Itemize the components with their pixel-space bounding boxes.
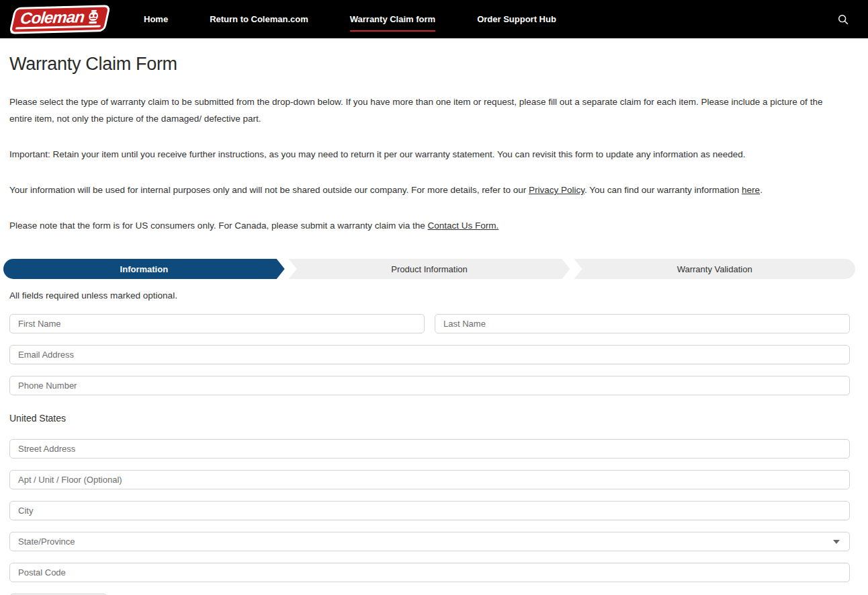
step-information[interactable]: Information: [3, 259, 285, 279]
state-province-placeholder: State/Province: [18, 537, 75, 547]
phone-input[interactable]: [9, 376, 850, 395]
step-information-label: Information: [120, 264, 169, 274]
registered-mark: ®: [10, 30, 13, 34]
page-title: Warranty Claim Form: [9, 54, 850, 75]
nav-item-home[interactable]: Home: [144, 7, 168, 32]
step-warranty-validation-label: Warranty Validation: [677, 264, 752, 274]
step-product-information[interactable]: Product Information: [289, 259, 570, 279]
search-icon: [837, 13, 849, 26]
privacy-paragraph: Your information will be used for intern…: [9, 182, 842, 198]
important-paragraph: Important: Retain your item until you re…: [9, 146, 842, 163]
coleman-logo-plate: Coleman ®: [9, 5, 111, 34]
country-label: United States: [9, 413, 850, 424]
nav-item-order-support-hub[interactable]: Order Support Hub: [477, 7, 556, 32]
step-product-information-label: Product Information: [391, 264, 467, 274]
canada-text-1: Please note that the form is for US cons…: [9, 221, 428, 231]
last-name-input[interactable]: [435, 314, 850, 333]
first-name-input[interactable]: [9, 314, 425, 333]
required-fields-note: All fields required unless marked option…: [9, 290, 850, 301]
lantern-icon: [86, 9, 100, 24]
privacy-text-1: Your information will be used for intern…: [9, 185, 529, 195]
city-input[interactable]: [9, 501, 850, 520]
chevron-down-icon: [833, 540, 840, 544]
top-navigation-bar: Coleman ® Home Return to Coleman.com War…: [0, 0, 868, 38]
state-province-select[interactable]: State/Province: [9, 532, 850, 551]
apt-unit-floor-input[interactable]: [9, 470, 850, 489]
canada-paragraph: Please note that the form is for US cons…: [9, 217, 842, 234]
email-input[interactable]: [9, 345, 850, 364]
step-warranty-validation[interactable]: Warranty Validation: [574, 259, 855, 279]
progress-steps: Information Product Information Warranty…: [3, 259, 855, 279]
information-form: United States State/Province Select your…: [9, 314, 850, 595]
privacy-text-2: . You can find our warranty information: [584, 185, 742, 195]
search-button[interactable]: [837, 13, 849, 26]
privacy-text-3: .: [760, 185, 763, 195]
contact-us-form-link[interactable]: Contact Us Form.: [428, 221, 499, 231]
nav-item-return-to-coleman[interactable]: Return to Coleman.com: [210, 7, 308, 32]
warranty-info-here-link[interactable]: here: [742, 185, 760, 195]
nav-item-warranty-claim-form[interactable]: Warranty Claim form: [350, 7, 435, 32]
privacy-policy-link[interactable]: Privacy Policy: [529, 185, 584, 195]
coleman-logo[interactable]: Coleman ®: [7, 4, 113, 35]
main-nav: Home Return to Coleman.com Warranty Clai…: [144, 7, 556, 32]
street-address-input[interactable]: [9, 439, 850, 459]
main-content: Warranty Claim Form Please select the ty…: [0, 54, 868, 595]
postal-code-input[interactable]: [9, 563, 850, 582]
intro-paragraph: Please select the type of warranty claim…: [9, 93, 842, 127]
